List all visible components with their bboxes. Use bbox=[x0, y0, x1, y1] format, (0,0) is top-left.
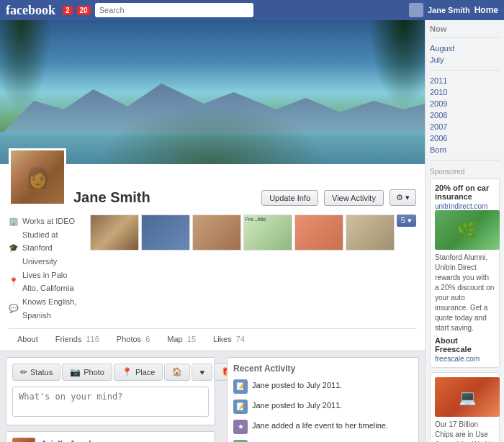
ad-image-1: 🌿 bbox=[435, 210, 500, 250]
sidebar-timeline-2007[interactable]: 2007 bbox=[430, 121, 500, 132]
right-sidebar: Now August July 2011 2010 2009 2008 2007… bbox=[425, 20, 504, 442]
ad-text-2: Our 17 Billion Chips are in Use Around t… bbox=[435, 420, 495, 442]
poster-name-1[interactable]: Arielle Aryah bbox=[41, 439, 209, 442]
thumbnail-1[interactable] bbox=[90, 215, 139, 251]
thumbnail-map[interactable]: Fre...Alto bbox=[243, 215, 292, 251]
sidebar-timeline-2011[interactable]: 2011 bbox=[430, 75, 500, 86]
nav-user-name[interactable]: Jane Smith bbox=[428, 6, 470, 14]
nav-home-link[interactable]: Home bbox=[474, 5, 498, 15]
notifications-badge[interactable]: 2 bbox=[63, 6, 73, 15]
post-tab-place[interactable]: 📍 Place bbox=[114, 364, 163, 381]
cover-photo bbox=[0, 20, 425, 164]
tab-map[interactable]: Map 15 bbox=[158, 329, 204, 351]
feed-post-1: Arielle Aryah 15 hours ago near Palo Alt… bbox=[6, 431, 215, 443]
freescale-link[interactable]: freescale.com bbox=[435, 355, 495, 363]
thumbnail-2[interactable] bbox=[141, 215, 190, 251]
thumbnail-3[interactable] bbox=[192, 215, 241, 251]
ad-title-1: 20% off on car insurance bbox=[435, 184, 495, 201]
ad-box-1: 20% off on car insurance unitrindirect.c… bbox=[430, 179, 500, 368]
update-info-button[interactable]: Update Info bbox=[261, 190, 318, 206]
gear-button[interactable]: ⚙ ▾ bbox=[390, 189, 416, 206]
post-tab-photo[interactable]: 📷 Photo bbox=[62, 364, 112, 381]
activity-box: Recent Activity 📝 Jane posted to July 20… bbox=[227, 357, 419, 443]
sidebar-timeline-2008[interactable]: 2008 bbox=[430, 109, 500, 121]
ad-text-1: Stanford Alumni, Unitrin Direct rewards … bbox=[435, 253, 495, 333]
about-freescale-label: About Freescale bbox=[435, 336, 495, 353]
profile-tabs: About Friends 116 Photos 6 Map 15 Likes … bbox=[9, 328, 416, 351]
post-tab-home[interactable]: 🏠 bbox=[164, 364, 190, 381]
post-tab-heart[interactable]: ♥ bbox=[192, 364, 212, 381]
activity-item-2: 📝 Jane posted to July 2011. bbox=[233, 400, 413, 414]
activity-post-icon-1: 📝 bbox=[233, 379, 248, 394]
tab-friends[interactable]: Friends 116 bbox=[47, 329, 108, 351]
view-activity-button[interactable]: View Activity bbox=[324, 190, 384, 206]
sidebar-timeline-july[interactable]: July bbox=[430, 54, 500, 66]
thumbnail-count[interactable]: 5 ▾ bbox=[397, 215, 416, 227]
ad-link-1[interactable]: unitrindirect.com bbox=[435, 202, 495, 210]
search-input[interactable] bbox=[95, 3, 253, 17]
activity-item-4: 👥 Jane and Meghan Concra are now friends… bbox=[233, 440, 413, 443]
ad-image-2: 💻 bbox=[435, 377, 500, 417]
sidebar-timeline-born[interactable]: Born bbox=[430, 144, 500, 155]
sidebar-timeline-2010[interactable]: 2010 bbox=[430, 86, 500, 98]
activity-item-3: ★ Jane added a life event to her timelin… bbox=[233, 420, 413, 434]
sidebar-timeline-2006[interactable]: 2006 bbox=[430, 132, 500, 144]
post-avatar-1 bbox=[12, 438, 35, 443]
tab-about[interactable]: About bbox=[9, 329, 47, 351]
thumbnail-dog[interactable] bbox=[346, 215, 395, 251]
activity-friends-icon: 👥 bbox=[233, 440, 248, 443]
profile-name: Jane Smith bbox=[73, 189, 150, 206]
activity-post-icon-2: 📝 bbox=[233, 400, 248, 414]
sidebar-now-label: Now bbox=[430, 24, 500, 33]
profile-thumbnails: Fre...Alto 5 ▾ bbox=[90, 215, 416, 323]
nav-user-avatar bbox=[409, 3, 423, 17]
facebook-logo[interactable]: facebook bbox=[6, 3, 55, 18]
tab-likes[interactable]: Likes 74 bbox=[204, 329, 253, 351]
thumbnail-likes[interactable] bbox=[294, 215, 343, 251]
sidebar-timeline-2009[interactable]: 2009 bbox=[430, 98, 500, 109]
tab-photos[interactable]: Photos 6 bbox=[108, 329, 158, 351]
ad-box-2: 💻 Our 17 Billion Chips are in Use Around… bbox=[430, 372, 500, 442]
profile-avatar: 👩 bbox=[9, 148, 66, 206]
profile-section: 👩 Jane Smith Update Info View Activity ⚙… bbox=[0, 164, 425, 351]
activity-title: Recent Activity bbox=[233, 364, 413, 374]
post-input[interactable] bbox=[12, 387, 209, 417]
post-tab-status[interactable]: ✏ Status bbox=[12, 364, 60, 381]
top-navigation: facebook 2 20 Jane Smith Home bbox=[0, 0, 504, 20]
activity-life-icon: ★ bbox=[233, 420, 248, 434]
activity-item-1: 📝 Jane posted to July 2011. bbox=[233, 379, 413, 394]
messages-badge[interactable]: 20 bbox=[77, 6, 91, 15]
sidebar-timeline-august[interactable]: August bbox=[430, 42, 500, 54]
sponsored-label: Sponsored bbox=[430, 168, 500, 176]
profile-info: 🏢Works at IDEO 🎓Studied at Stanford Univ… bbox=[9, 215, 78, 323]
post-box: ✏ Status 📷 Photo 📍 Place 🏠 ♥ bbox=[6, 357, 215, 425]
